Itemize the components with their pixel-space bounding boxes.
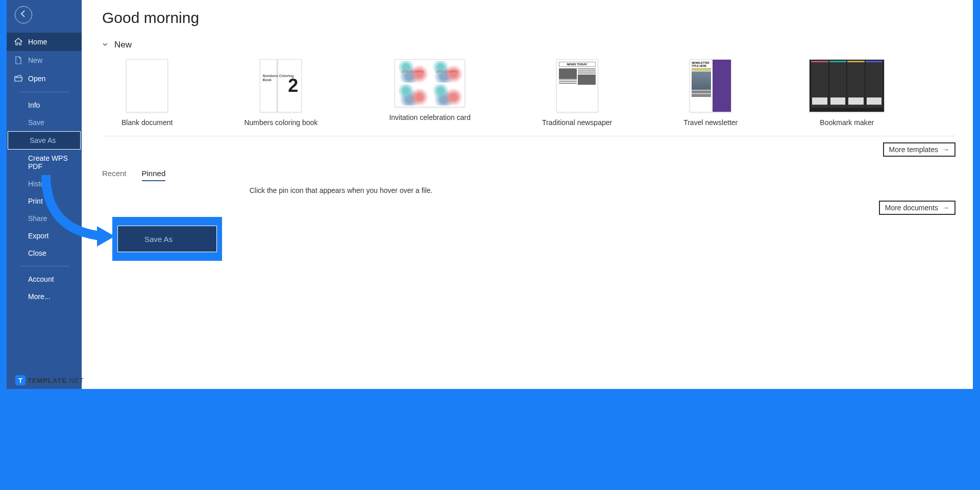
new-section-header[interactable]: New <box>102 40 955 50</box>
template-thumb: NEWS TODAY <box>556 59 598 112</box>
templates-row: Blank document 2Numbers Coloring Book Nu… <box>102 59 955 127</box>
nav-open-label: Open <box>28 75 45 83</box>
nav-create-wps-pdf[interactable]: Create WPS PDF <box>7 150 82 175</box>
pinned-empty-text: Pin files here. Pin files here. Click th… <box>102 186 955 194</box>
nav-open[interactable]: Open <box>7 69 82 88</box>
main-content: Good morning New Blank document 2Numbers… <box>82 0 973 389</box>
template-travel-newsletter[interactable]: NEWSLETTER TITLE HERE Travel newsletter <box>683 59 738 127</box>
watermark-icon: T <box>15 375 26 385</box>
backstage-sidebar: Home New Open Info Save Save As Create W… <box>7 0 82 389</box>
documents-tabs: Recent Pinned <box>102 169 955 181</box>
nav-home[interactable]: Home <box>7 33 82 51</box>
callout-save-as-inner: Save As <box>117 226 217 252</box>
chevron-down-icon <box>102 41 108 49</box>
greeting-title: Good morning <box>102 9 955 27</box>
template-thumb: NEWSLETTER TITLE HERE <box>690 59 731 112</box>
nav-print[interactable]: Print <box>7 192 82 210</box>
back-arrow-icon <box>20 10 27 19</box>
nav-export[interactable]: Export <box>7 227 82 244</box>
nav-save-as[interactable]: Save As <box>8 131 81 150</box>
more-documents-label: More documents <box>885 204 938 212</box>
home-icon <box>14 37 23 46</box>
watermark: T TEMPLATE.NET <box>15 375 84 385</box>
nav-new[interactable]: New <box>7 51 82 69</box>
arrow-right-icon: → <box>942 145 949 154</box>
nav-new-label: New <box>28 56 42 64</box>
template-traditional-newspaper[interactable]: NEWS TODAY Traditional newspaper <box>542 59 612 127</box>
template-label: Blank document <box>121 118 173 127</box>
tab-recent[interactable]: Recent <box>102 169 127 181</box>
document-icon <box>14 56 23 65</box>
template-numbers-coloring-book[interactable]: 2Numbers Coloring Book Numbers coloring … <box>244 59 317 127</box>
separator <box>102 136 955 136</box>
template-thumb <box>809 59 885 112</box>
template-thumb <box>126 59 168 112</box>
more-documents-link[interactable]: More documents → <box>879 201 955 215</box>
template-label: Travel newsletter <box>683 118 738 127</box>
template-blank-document[interactable]: Blank document <box>121 59 173 127</box>
callout-save-as: Save As <box>112 217 222 261</box>
nav-close[interactable]: Close <box>7 244 82 262</box>
nav-more[interactable]: More... <box>7 288 82 305</box>
sidebar-divider-2 <box>19 266 69 266</box>
nav-save[interactable]: Save <box>7 114 82 131</box>
nav-account[interactable]: Account <box>7 271 82 288</box>
arrow-right-icon: → <box>942 204 949 212</box>
back-button[interactable] <box>15 6 32 23</box>
sidebar-divider <box>19 92 69 92</box>
nav-share[interactable]: Share <box>7 210 82 227</box>
nav-home-label: Home <box>28 38 47 46</box>
nav-info[interactable]: Info <box>7 96 82 114</box>
template-label: Invitation celebration card <box>389 113 471 121</box>
folder-open-icon <box>14 74 23 83</box>
template-bookmark-maker[interactable]: Bookmark maker <box>809 59 885 127</box>
new-section-label: New <box>114 40 132 50</box>
template-label: Traditional newspaper <box>542 118 612 127</box>
template-invitation-card[interactable]: LET'S CELEBRATELET'S CELEBRATE Invitatio… <box>389 59 471 127</box>
template-thumb: LET'S CELEBRATELET'S CELEBRATE <box>395 59 465 107</box>
template-label: Numbers coloring book <box>244 118 317 127</box>
more-templates-label: More templates <box>889 145 938 154</box>
template-thumb: 2Numbers Coloring Book <box>260 59 302 112</box>
more-templates-link[interactable]: More templates → <box>883 142 955 157</box>
tab-pinned[interactable]: Pinned <box>142 169 166 181</box>
callout-label: Save As <box>144 235 173 243</box>
template-label: Bookmark maker <box>820 118 874 127</box>
watermark-text: TEMPLATE.NET <box>28 377 84 384</box>
nav-history[interactable]: History <box>7 175 82 192</box>
